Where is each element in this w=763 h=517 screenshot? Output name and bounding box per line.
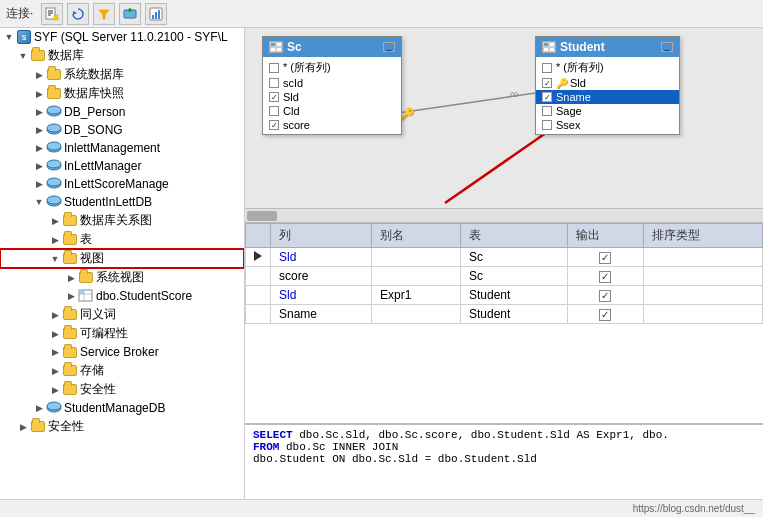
sc-minimize-btn[interactable]: _ [383,42,395,52]
student-row-sage[interactable]: Sage [536,104,679,118]
inlett-mgr-node[interactable]: ▶ InLettManager [0,157,244,175]
output-check-2[interactable] [599,290,611,302]
grid-cell-alias-1[interactable] [372,267,461,286]
db-snapshots-expand[interactable]: ▶ [32,87,46,101]
student-row-all[interactable]: * (所有列) [536,59,679,76]
system-views-node[interactable]: ▶ 系统视图 [0,268,244,287]
grid-cell-alias-2[interactable]: Expr1 [372,286,461,305]
student-check-all[interactable] [542,63,552,73]
grid-row-2[interactable]: Sld Expr1 Student [246,286,763,305]
synonyms-expand[interactable]: ▶ [48,308,62,322]
storage-expand[interactable]: ▶ [48,364,62,378]
databases-node[interactable]: ▼ 数据库 [0,46,244,65]
sc-check-scid[interactable] [269,78,279,88]
sc-row-cld[interactable]: Cld [263,104,401,118]
student-row-ssex[interactable]: Ssex [536,118,679,132]
inlett-mgr-expand[interactable]: ▶ [32,159,46,173]
system-dbs-node[interactable]: ▶ 系统数据库 [0,65,244,84]
student-inlett-expand[interactable]: ▼ [32,195,46,209]
db-song-expand[interactable]: ▶ [32,123,46,137]
output-check-0[interactable] [599,252,611,264]
diagram-scrollbar[interactable] [245,208,763,222]
grid-cell-output-0[interactable] [568,248,643,267]
inlett-mgmt-node[interactable]: ▶ InlettManagement [0,139,244,157]
grid-cell-table-0[interactable]: Sc [460,248,567,267]
student-minimize-btn[interactable]: _ [661,42,673,52]
student-score-expand[interactable]: ▶ [64,289,78,303]
student-managedb-node[interactable]: ▶ StudentManageDB [0,399,244,417]
grid-cell-table-1[interactable]: Sc [460,267,567,286]
reports-btn[interactable] [145,3,167,25]
student-check-sage[interactable] [542,106,552,116]
db-relations-node[interactable]: ▶ 数据库关系图 [0,211,244,230]
sc-row-score[interactable]: score [263,118,401,132]
synonyms-node[interactable]: ▶ 同义词 [0,305,244,324]
security-sub-expand[interactable]: ▶ [48,383,62,397]
grid-cell-table-2[interactable]: Student [460,286,567,305]
inlett-score-expand[interactable]: ▶ [32,177,46,191]
grid-row-1[interactable]: score Sc [246,267,763,286]
student-row-sname[interactable]: Sname [536,90,679,104]
grid-cell-col-1[interactable]: score [271,267,372,286]
security-expand[interactable]: ▶ [16,420,30,434]
grid-cell-alias-0[interactable] [372,248,461,267]
views-node[interactable]: ▼ 视图 [0,249,244,268]
new-query-btn[interactable] [41,3,63,25]
security-sub-node[interactable]: ▶ 安全性 [0,380,244,399]
student-check-sld[interactable] [542,78,552,88]
student-inlett-node[interactable]: ▼ StudentInLettDB [0,193,244,211]
databases-expand-icon[interactable]: ▼ [16,49,30,63]
student-check-ssex[interactable] [542,120,552,130]
storage-node[interactable]: ▶ 存储 [0,361,244,380]
db-snapshots-node[interactable]: ▶ 数据库快照 [0,84,244,103]
grid-cell-sort-1[interactable] [643,267,762,286]
student-score-view-node[interactable]: ▶ dbo.StudentScore [0,287,244,305]
student-row-sld[interactable]: 🔑Sld [536,76,679,90]
db-person-expand[interactable]: ▶ [32,105,46,119]
sc-check-sld[interactable] [269,92,279,102]
refresh-btn[interactable] [67,3,89,25]
sc-check-cld[interactable] [269,106,279,116]
student-managedb-expand[interactable]: ▶ [32,401,46,415]
programmability-expand[interactable]: ▶ [48,327,62,341]
grid-cell-output-1[interactable] [568,267,643,286]
programmability-node[interactable]: ▶ 可编程性 [0,324,244,343]
db-relations-expand[interactable]: ▶ [48,214,62,228]
student-check-sname[interactable] [542,92,552,102]
sc-check-all[interactable] [269,63,279,73]
output-check-3[interactable] [599,309,611,321]
inlett-mgmt-expand[interactable]: ▶ [32,141,46,155]
output-check-1[interactable] [599,271,611,283]
system-views-expand[interactable]: ▶ [64,271,78,285]
sc-row-scid[interactable]: scId [263,76,401,90]
grid-cell-col-3[interactable]: Sname [271,305,372,324]
views-expand[interactable]: ▼ [48,252,62,266]
tables-node[interactable]: ▶ 表 [0,230,244,249]
grid-cell-col-0[interactable]: Sld [271,248,372,267]
grid-cell-sort-2[interactable] [643,286,762,305]
grid-cell-output-2[interactable] [568,286,643,305]
service-broker-expand[interactable]: ▶ [48,345,62,359]
add-server-btn[interactable] [119,3,141,25]
server-node[interactable]: ▼ S SYF (SQL Server 11.0.2100 - SYF\L [0,28,244,46]
filter-btn[interactable] [93,3,115,25]
security-node[interactable]: ▶ 安全性 [0,417,244,436]
grid-cell-col-2[interactable]: Sld [271,286,372,305]
grid-row-0[interactable]: Sld Sc [246,248,763,267]
grid-cell-output-3[interactable] [568,305,643,324]
tables-expand[interactable]: ▶ [48,233,62,247]
grid-row-3[interactable]: Sname Student [246,305,763,324]
sc-check-score[interactable] [269,120,279,130]
grid-cell-table-3[interactable]: Student [460,305,567,324]
sc-row-sld[interactable]: Sld [263,90,401,104]
grid-cell-sort-0[interactable] [643,248,762,267]
system-dbs-expand[interactable]: ▶ [32,68,46,82]
grid-cell-sort-3[interactable] [643,305,762,324]
inlett-score-node[interactable]: ▶ InLettScoreManage [0,175,244,193]
db-person-node[interactable]: ▶ DB_Person [0,103,244,121]
server-expand-icon[interactable]: ▼ [2,30,16,44]
grid-cell-alias-3[interactable] [372,305,461,324]
sc-row-all[interactable]: * (所有列) [263,59,401,76]
service-broker-node[interactable]: ▶ Service Broker [0,343,244,361]
db-song-node[interactable]: ▶ DB_SONG [0,121,244,139]
